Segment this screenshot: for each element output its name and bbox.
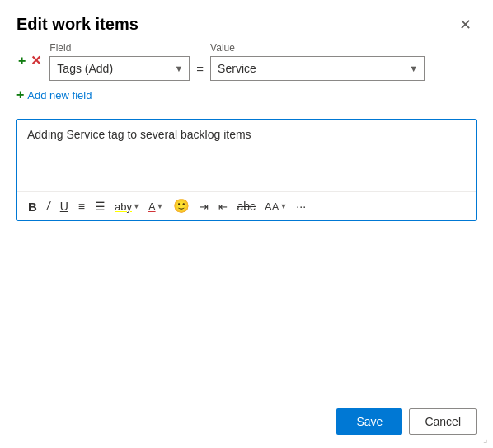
add-new-field-row: + Add new field [16,87,477,102]
emoji-button[interactable]: 🙂 [169,197,194,215]
dialog-body: + ✕ Field Tags (Add) Tags (Remove) Itera… [0,42,493,395]
add-remove-btns: + ✕ [16,54,43,69]
list-button[interactable]: ☰ [91,198,110,215]
font-color-dropdown[interactable]: A ▼ [145,198,167,215]
more-options-button[interactable]: ··· [292,198,310,215]
align-button[interactable]: ≡ [74,198,89,215]
save-button[interactable]: Save [336,408,402,435]
highlight-arrow-icon: ▼ [133,202,140,210]
dialog-header: Edit work items ✕ [0,0,493,42]
cancel-button[interactable]: Cancel [409,408,477,435]
resize-handle-icon[interactable]: ⌟ [483,433,488,445]
italic-button[interactable]: / [43,198,54,215]
add-field-button[interactable]: + [16,54,27,68]
font-size-label: AA [265,200,279,213]
close-button[interactable]: ✕ [454,16,477,34]
indent-increase-button[interactable]: ⇥ [195,199,213,215]
value-column: Value Service Backend Frontend Design Te… [210,42,425,81]
field-select[interactable]: Tags (Add) Tags (Remove) Iteration Area … [49,56,190,81]
comment-textarea[interactable]: Adding Service tag to several backlog it… [17,120,476,189]
add-new-field-plus-icon: + [16,87,24,102]
field-select-wrapper: Tags (Add) Tags (Remove) Iteration Area … [49,56,190,81]
value-select[interactable]: Service Backend Frontend Design Testing [210,56,425,81]
edit-work-items-dialog: Edit work items ✕ + ✕ Field Tags (Add) T… [0,0,493,448]
dialog-title: Edit work items [16,15,139,34]
text-area-section: Adding Service tag to several backlog it… [16,119,477,221]
value-select-wrapper: Service Backend Frontend Design Testing … [210,56,425,81]
field-row: + ✕ Field Tags (Add) Tags (Remove) Itera… [16,42,477,81]
underline-button[interactable]: U [56,198,73,215]
value-label: Value [210,42,425,54]
highlight-dropdown[interactable]: aby ▼ [111,198,143,215]
font-size-dropdown[interactable]: AA ▼ [261,198,290,215]
indent-decrease-button[interactable]: ⇤ [214,199,232,215]
strikethrough-button[interactable]: abc [233,198,261,215]
field-label: Field [49,42,190,54]
dialog-footer: Save Cancel [0,395,493,448]
add-new-field-label: Add new field [27,89,92,101]
field-column: Field Tags (Add) Tags (Remove) Iteration… [49,42,190,81]
font-size-arrow-icon: ▼ [279,202,287,210]
equals-sign: = [196,62,204,81]
remove-field-button[interactable]: ✕ [29,54,43,68]
font-color-arrow-icon: ▼ [157,202,164,210]
bold-button[interactable]: B [24,198,41,215]
highlight-label: aby [115,200,132,213]
add-new-field-button[interactable]: + Add new field [16,87,92,102]
formatting-toolbar: B / U ≡ ☰ aby ▼ A ▼ 🙂 ⇥ ⇤ abc AA [17,191,476,220]
font-color-label: A [148,200,156,213]
